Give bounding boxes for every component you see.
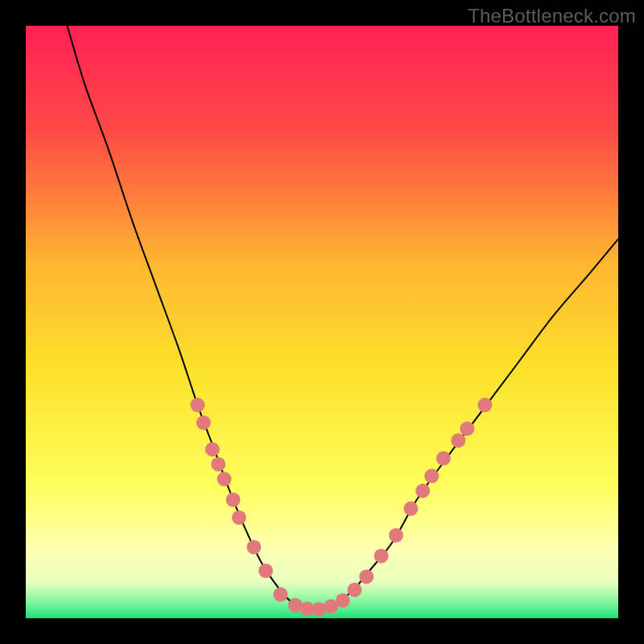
chart-svg: [26, 26, 618, 618]
curve-marker: [336, 593, 350, 608]
curve-marker: [258, 564, 273, 578]
curve-marker: [403, 502, 418, 516]
curve-marker: [359, 569, 374, 584]
curve-marker: [196, 415, 211, 430]
curve-marker: [232, 510, 246, 525]
curve-marker: [217, 472, 232, 486]
curve-marker: [415, 484, 430, 498]
curve-marker: [273, 588, 287, 602]
curve-marker: [190, 398, 204, 412]
curve-marker: [477, 398, 492, 412]
curve-marker: [374, 549, 389, 564]
curve-marker: [424, 469, 439, 483]
curve-marker: [389, 528, 403, 543]
curve-marker: [211, 457, 225, 472]
curve-marker: [205, 442, 220, 456]
curve-marker: [226, 493, 241, 507]
curve-marker: [436, 451, 451, 465]
curve-marker: [246, 540, 261, 555]
curve-marker: [460, 421, 474, 436]
chart-frame: TheBottleneck.com: [0, 0, 644, 644]
curve-marker: [347, 583, 361, 597]
plot-area: [26, 26, 618, 618]
curve-marker: [451, 433, 465, 448]
attribution-text: TheBottleneck.com: [468, 5, 636, 27]
bottleneck-curve: [68, 26, 618, 610]
